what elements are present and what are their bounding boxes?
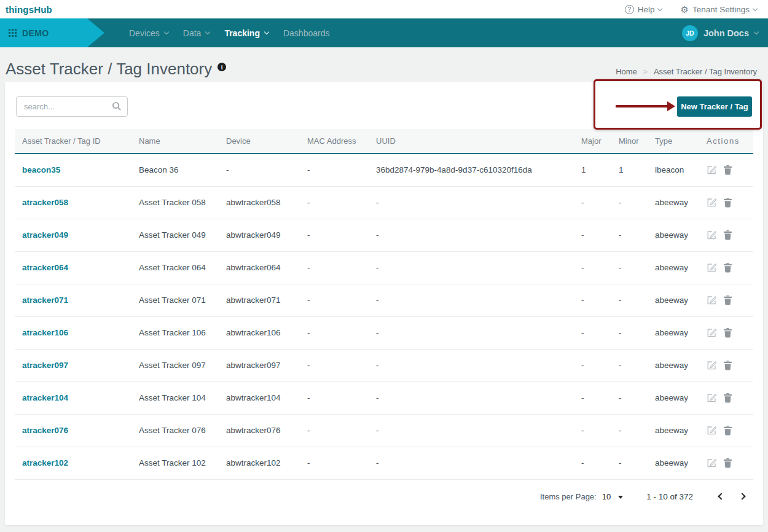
tracker-id-link[interactable]: atracker097 xyxy=(22,361,68,370)
cell-actions xyxy=(699,381,753,414)
cell-id: beacon35 xyxy=(15,154,131,186)
trash-icon xyxy=(723,425,732,436)
delete-button[interactable] xyxy=(723,197,732,208)
gear-icon: ⚙ xyxy=(680,5,688,14)
tracker-id-link[interactable]: atracker106 xyxy=(22,328,68,337)
edit-button[interactable] xyxy=(707,393,717,403)
edit-button[interactable] xyxy=(707,458,717,468)
user-menu[interactable]: JD John Docs xyxy=(682,25,758,41)
cell-name: Asset Tracker 071 xyxy=(131,284,219,316)
column-header: MAC Address xyxy=(300,129,369,154)
delete-button[interactable] xyxy=(723,165,732,175)
tracker-id-link[interactable]: atracker104 xyxy=(22,393,68,402)
breadcrumb-current: Asset Tracker / Tag Inventory xyxy=(654,67,757,76)
edit-button[interactable] xyxy=(707,295,717,305)
cell-uuid: - xyxy=(369,316,574,349)
tracker-id-link[interactable]: beacon35 xyxy=(22,165,60,174)
edit-button[interactable] xyxy=(707,165,717,175)
search-icon xyxy=(112,101,122,111)
pagination: Items per Page: 10 1 - 10 of 372 xyxy=(5,492,745,501)
nav-label: Dashboards xyxy=(283,28,330,38)
delete-button[interactable] xyxy=(723,327,732,338)
cell-device: abwtracker076 xyxy=(219,414,300,447)
tracker-id-link[interactable]: atracker058 xyxy=(22,198,68,207)
items-per-page-value: 10 xyxy=(602,492,611,501)
breadcrumb-home[interactable]: Home xyxy=(616,67,637,76)
column-header: UUID xyxy=(369,129,574,154)
delete-button[interactable] xyxy=(723,393,732,403)
cell-actions xyxy=(699,316,753,349)
row-actions xyxy=(707,360,753,370)
nav-label: Data xyxy=(183,28,202,38)
trash-icon xyxy=(723,393,732,403)
nav-item-tracking[interactable]: Tracking xyxy=(224,28,268,38)
help-menu[interactable]: ? Help xyxy=(625,5,662,14)
cell-actions xyxy=(699,219,753,251)
thingshub-logo[interactable]: thingsHub xyxy=(6,4,52,15)
delete-button[interactable] xyxy=(723,425,732,436)
chevron-down-icon xyxy=(264,29,269,34)
user-name: John Docs xyxy=(703,28,749,38)
tracker-id-link[interactable]: atracker076 xyxy=(22,426,68,435)
cell-id: atracker064 xyxy=(15,251,131,284)
cell-minor: - xyxy=(611,447,648,479)
nav-item-devices[interactable]: Devices xyxy=(129,28,168,38)
search-input[interactable] xyxy=(16,96,128,117)
cell-id: atracker106 xyxy=(15,316,131,349)
cell-major: - xyxy=(574,349,611,381)
cell-device: abwtracker064 xyxy=(219,251,300,284)
tracker-id-link[interactable]: atracker071 xyxy=(22,295,68,305)
cell-type: abeeway xyxy=(648,414,699,447)
cell-id: atracker058 xyxy=(15,186,131,219)
cell-id: atracker071 xyxy=(15,284,131,316)
trash-icon xyxy=(723,262,732,273)
tracker-id-link[interactable]: atracker049 xyxy=(22,230,68,240)
search-row xyxy=(5,82,763,117)
nav-item-dashboards[interactable]: Dashboards xyxy=(283,28,330,38)
delete-button[interactable] xyxy=(723,262,732,273)
row-actions xyxy=(707,295,753,305)
items-per-page-select[interactable]: 10 xyxy=(602,492,623,501)
delete-button[interactable] xyxy=(723,360,732,370)
table-row: atracker097Asset Tracker 097abwtracker09… xyxy=(15,349,753,381)
trash-icon xyxy=(723,295,732,305)
edit-button[interactable] xyxy=(707,262,717,273)
edit-button[interactable] xyxy=(707,327,717,338)
new-tracker-button[interactable]: New Tracker / Tag xyxy=(677,96,752,117)
next-page-button[interactable] xyxy=(739,493,745,499)
delete-button[interactable] xyxy=(723,230,732,240)
edit-button[interactable] xyxy=(707,230,717,240)
delete-button[interactable] xyxy=(723,295,732,305)
column-header: Actions xyxy=(699,129,753,154)
tracker-table-body: beacon35Beacon 36--36bd2874-979b-4a8d-9d… xyxy=(15,154,753,479)
column-header: Asset Tracker / Tag ID xyxy=(15,129,131,154)
cell-type: abeeway xyxy=(648,381,699,414)
column-header: Type xyxy=(648,129,699,154)
cell-mac: - xyxy=(300,414,369,447)
edit-icon xyxy=(707,295,717,305)
previous-page-button[interactable] xyxy=(718,493,724,499)
info-icon[interactable]: i xyxy=(217,63,226,71)
nav-label: Devices xyxy=(129,28,160,38)
tracker-id-link[interactable]: atracker102 xyxy=(22,458,68,467)
tracker-id-link[interactable]: atracker064 xyxy=(22,263,68,272)
edit-button[interactable] xyxy=(707,425,717,436)
table-row: atracker076Asset Tracker 076abwtracker07… xyxy=(15,414,753,447)
cell-uuid: - xyxy=(369,219,574,251)
edit-button[interactable] xyxy=(707,197,717,208)
cell-actions xyxy=(699,414,753,447)
cell-minor: - xyxy=(611,186,648,219)
cell-minor: - xyxy=(611,284,648,316)
cell-device: abwtracker097 xyxy=(219,349,300,381)
cell-major: - xyxy=(574,186,611,219)
trash-icon xyxy=(723,197,732,208)
nav-item-data[interactable]: Data xyxy=(183,28,210,38)
workspace-tab-demo[interactable]: DEMO xyxy=(0,18,104,47)
edit-button[interactable] xyxy=(707,360,717,370)
cell-major: - xyxy=(574,284,611,316)
cell-device: abwtracker104 xyxy=(219,381,300,414)
tenant-settings-menu[interactable]: ⚙ Tenant Settings xyxy=(680,5,757,14)
cell-device: abwtracker049 xyxy=(219,219,300,251)
delete-button[interactable] xyxy=(723,458,732,468)
grid-icon xyxy=(9,29,17,37)
